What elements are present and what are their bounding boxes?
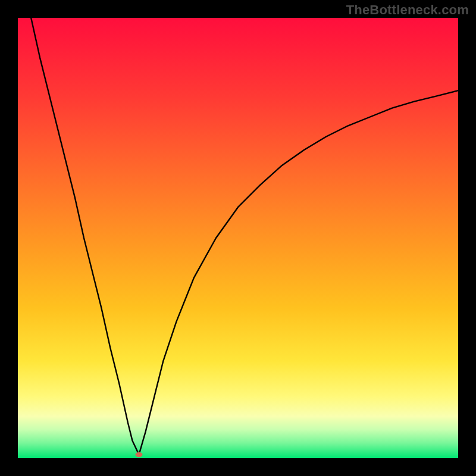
chart-canvas: [0, 0, 476, 476]
minimum-marker: [136, 452, 143, 457]
chart-frame: TheBottleneck.com: [0, 0, 476, 476]
watermark-text: TheBottleneck.com: [346, 2, 469, 18]
